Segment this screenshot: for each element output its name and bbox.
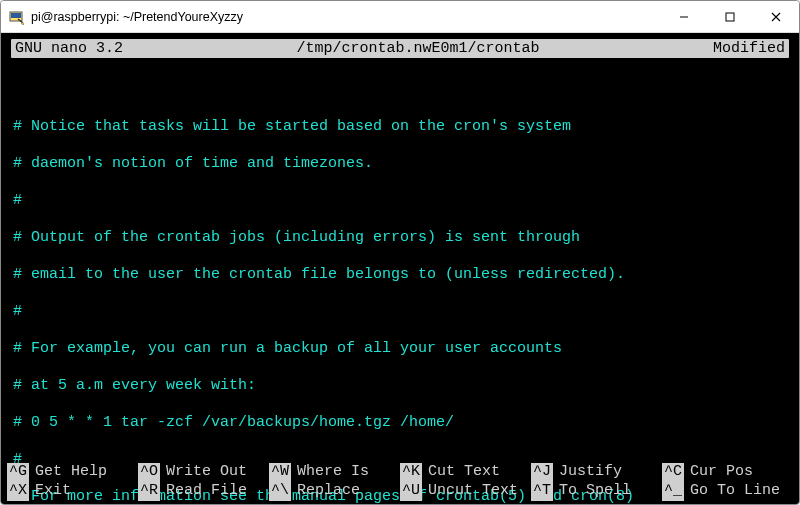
nano-app-name: GNU nano 3.2 (15, 39, 163, 58)
putty-icon (9, 9, 25, 25)
help-key: ^O (138, 463, 160, 482)
help-label: Justify (559, 463, 622, 482)
terminal[interactable]: GNU nano 3.2 /tmp/crontab.nwE0m1/crontab… (1, 33, 799, 504)
help-key: ^\ (269, 482, 291, 501)
window-titlebar: pi@raspberrypi: ~/PretendYoureXyzzy (1, 1, 799, 33)
editor-line: # daemon's notion of time and timezones. (13, 155, 787, 174)
help-write-out[interactable]: ^OWrite Out (138, 463, 269, 482)
help-to-spell[interactable]: ^TTo Spell (531, 482, 662, 501)
help-justify[interactable]: ^JJustify (531, 463, 662, 482)
svg-rect-1 (11, 13, 21, 18)
help-label: Write Out (166, 463, 247, 482)
nano-help-bar: ^GGet Help ^OWrite Out ^WWhere Is ^KCut … (7, 463, 793, 501)
editor-line: # at 5 a.m every week with: (13, 377, 787, 396)
help-label: Cut Text (428, 463, 500, 482)
help-key: ^X (7, 482, 29, 501)
help-label: Get Help (35, 463, 107, 482)
editor-line: # (13, 303, 787, 322)
help-label: Cur Pos (690, 463, 753, 482)
help-key: ^J (531, 463, 553, 482)
close-button[interactable] (753, 1, 799, 33)
svg-rect-3 (726, 13, 734, 21)
help-replace[interactable]: ^\Replace (269, 482, 400, 501)
help-row: ^GGet Help ^OWrite Out ^WWhere Is ^KCut … (7, 463, 793, 482)
editor-line: # Output of the crontab jobs (including … (13, 229, 787, 248)
nano-status: Modified (673, 39, 785, 58)
help-where-is[interactable]: ^WWhere Is (269, 463, 400, 482)
help-key: ^U (400, 482, 422, 501)
maximize-button[interactable] (707, 1, 753, 33)
help-key: ^G (7, 463, 29, 482)
editor-line: # Notice that tasks will be started base… (13, 118, 787, 137)
help-key: ^_ (662, 482, 684, 501)
help-read-file[interactable]: ^RRead File (138, 482, 269, 501)
editor-area[interactable]: # Notice that tasks will be started base… (5, 62, 795, 505)
help-cut-text[interactable]: ^KCut Text (400, 463, 531, 482)
help-get-help[interactable]: ^GGet Help (7, 463, 138, 482)
editor-line: # email to the user the crontab file bel… (13, 266, 787, 285)
help-key: ^K (400, 463, 422, 482)
nano-file-path: /tmp/crontab.nwE0m1/crontab (163, 39, 673, 58)
help-exit[interactable]: ^XExit (7, 482, 138, 501)
help-label: Read File (166, 482, 247, 501)
help-label: To Spell (559, 482, 631, 501)
window-controls (661, 1, 799, 33)
nano-header: GNU nano 3.2 /tmp/crontab.nwE0m1/crontab… (11, 39, 789, 58)
svg-marker-2 (21, 22, 24, 25)
help-label: Go To Line (690, 482, 780, 501)
editor-line: # 0 5 * * 1 tar -zcf /var/backups/home.t… (13, 414, 787, 433)
help-label: Exit (35, 482, 71, 501)
help-uncut-text[interactable]: ^UUncut Text (400, 482, 531, 501)
help-key: ^W (269, 463, 291, 482)
editor-line: # (13, 192, 787, 211)
help-row: ^XExit ^RRead File ^\Replace ^UUncut Tex… (7, 482, 793, 501)
editor-line (13, 81, 787, 100)
help-label: Replace (297, 482, 360, 501)
help-label: Uncut Text (428, 482, 518, 501)
help-cur-pos[interactable]: ^CCur Pos (662, 463, 793, 482)
editor-line: # For example, you can run a backup of a… (13, 340, 787, 359)
help-label: Where Is (297, 463, 369, 482)
help-key: ^T (531, 482, 553, 501)
minimize-button[interactable] (661, 1, 707, 33)
help-go-to-line[interactable]: ^_Go To Line (662, 482, 793, 501)
window-title: pi@raspberrypi: ~/PretendYoureXyzzy (31, 10, 661, 24)
help-key: ^C (662, 463, 684, 482)
help-key: ^R (138, 482, 160, 501)
